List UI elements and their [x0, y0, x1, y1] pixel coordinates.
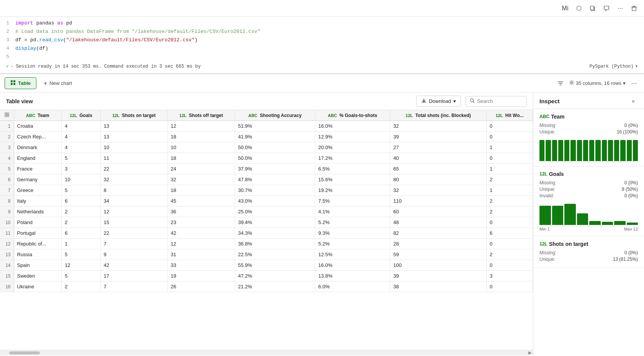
- delete-icon[interactable]: [629, 3, 639, 14]
- content-split: Table view Download ▾: [0, 93, 644, 355]
- table-header-row: ABC Team 12L Goals 12L Shots on target 1…: [0, 110, 533, 121]
- col-row-info[interactable]: 35 columns, 16 rows ▾: [569, 80, 626, 86]
- data-table-wrapper[interactable]: ABC Team 12L Goals 12L Shots on target 1…: [0, 110, 533, 350]
- svg-rect-1: [590, 6, 594, 10]
- svg-point-8: [471, 99, 474, 102]
- table-view-header: Table view Download ▾: [0, 93, 533, 110]
- svg-rect-9: [5, 113, 7, 114]
- inspect-stat-invalid-goals: Invalid: 0 (0%): [539, 193, 638, 198]
- table-row: 4England5111850.0%17.2%400: [0, 153, 533, 164]
- comment-icon[interactable]: [601, 3, 612, 14]
- table-body: 1Croatia4131251.9%16.0%320 2Czech Rep...…: [0, 121, 533, 292]
- download-icon: [421, 98, 427, 104]
- horizontal-scrollbar[interactable]: ▶: [0, 350, 533, 355]
- download-label: Download: [429, 98, 451, 104]
- table-row: 14Spain12423355.9%16.0%1000: [0, 260, 533, 271]
- inspect-stat-missing-team: Missing: 0 (0%): [539, 123, 638, 128]
- col-header-shooting-acc: ABC Shooting Accuracy: [235, 110, 315, 121]
- filter-icon-btn[interactable]: [555, 78, 566, 89]
- code-area: 1 import pandas as pd 2 # Load data into…: [0, 17, 644, 73]
- data-table: ABC Team 12L Goals 12L Shots on target 1…: [0, 110, 533, 292]
- tab-table[interactable]: Table: [5, 77, 36, 89]
- inspect-stat-missing-goals: Missing: 0 (0%): [539, 180, 638, 185]
- svg-rect-4: [13, 80, 15, 82]
- inspect-col-name-goals: 12L Goals: [539, 171, 638, 177]
- svg-rect-2: [632, 7, 636, 11]
- copy-icon[interactable]: [587, 3, 598, 14]
- code-line-4: 4 display(df): [0, 45, 644, 54]
- col-header-total-shots: 12L Total shots (inc. Blocked): [390, 110, 487, 121]
- inspect-title: Inspect: [539, 98, 626, 104]
- code-line-5: 5: [0, 54, 644, 62]
- inspect-stat-unique-goals: Unique: 8 (50%): [539, 187, 638, 192]
- svg-rect-3: [11, 80, 13, 82]
- svg-rect-10: [7, 113, 9, 114]
- svg-rect-6: [13, 83, 15, 85]
- table-row: 9Netherlands2123625.0%4.1%602: [0, 206, 533, 217]
- inspect-panel: Inspect » ABC Team Missing: 0 (0%): [533, 93, 644, 355]
- svg-rect-5: [11, 83, 13, 85]
- table-row: 11Portugal6224234.3%9.3%826: [0, 228, 533, 239]
- search-box: [466, 96, 527, 107]
- tab-table-label: Table: [18, 80, 31, 86]
- svg-point-7: [571, 82, 572, 83]
- inspect-range-goals: Min 1 Max 12: [539, 227, 638, 231]
- mi-icon[interactable]: Mi: [560, 3, 570, 14]
- col-header-shots-off: 12L Shots off target: [167, 110, 235, 121]
- inspect-section-goals: 12L Goals Missing: 0 (0%) Unique: 8 (50%…: [533, 166, 644, 236]
- col-row-label: 35 columns, 16 rows: [576, 80, 621, 86]
- main-area: Table + New chart 35 columns, 16 rows ▾: [0, 73, 644, 355]
- table-row: 8Italy6344543.0%7.5%1102: [0, 196, 533, 206]
- table-row: 15Sweden5171947.2%13.8%393: [0, 271, 533, 281]
- table-grid-icon: [10, 80, 16, 86]
- row-num-header: [0, 110, 14, 121]
- col-header-shots-on: 12L Shots on target: [100, 110, 167, 121]
- inspect-scroll-area[interactable]: ABC Team Missing: 0 (0%) Unique: 16 (100…: [533, 109, 644, 355]
- tab-new-chart[interactable]: + New chart: [38, 77, 78, 89]
- col-header-team: ABC Team: [14, 110, 62, 121]
- inspect-col-name-shots-on-target: 12L Shots on target: [539, 241, 638, 247]
- svg-rect-12: [7, 115, 9, 117]
- inspect-chart-team: [539, 138, 638, 161]
- inspect-stat-unique-shots: Unique: 13 (81.25%): [539, 257, 638, 262]
- plus-icon: +: [44, 80, 47, 87]
- tab-right: 35 columns, 16 rows ▾ ···: [555, 78, 639, 89]
- inspect-section-team: ABC Team Missing: 0 (0%) Unique: 16 (100…: [533, 109, 644, 166]
- download-button[interactable]: Download ▾: [416, 96, 461, 107]
- inspect-close-button[interactable]: »: [629, 96, 638, 106]
- top-toolbar: Mi ⬡ ···: [0, 0, 644, 17]
- tab-bar: Table + New chart 35 columns, 16 rows ▾: [0, 74, 644, 93]
- table-row: 16Ukraine272621.2%6.0%380: [0, 281, 533, 292]
- table-row: 1Croatia4131251.9%16.0%320: [0, 121, 533, 132]
- table-view-title: Table view: [6, 98, 412, 104]
- inspect-header: Inspect »: [533, 93, 644, 109]
- inspect-col-name-team: ABC Team: [539, 114, 638, 120]
- inspect-section-shots-on-target: 12L Shots on target Missing: 0 (0%) Uniq…: [533, 236, 644, 268]
- status-text: - Session ready in 14 sec 353 ms. Comman…: [10, 64, 201, 69]
- table-row: 5France3222437.9%6.5%651: [0, 164, 533, 174]
- table-row: 13Russia593122.5%12.5%592: [0, 249, 533, 260]
- table-row: 10Poland2152339.4%5.2%480: [0, 217, 533, 228]
- code-line-1: 1 import pandas as pd: [0, 20, 644, 28]
- inspect-stat-missing-shots: Missing: 0 (0%): [539, 250, 638, 255]
- pyspark-label[interactable]: PySpark (Python) ▾: [590, 63, 638, 69]
- gear-icon: [569, 80, 574, 86]
- code-line-3: 3 df = pd.read_csv("/lakehouse/default/F…: [0, 37, 644, 45]
- table-row: 6Germany10323247.8%15.6%802: [0, 174, 533, 185]
- screen-icon[interactable]: ⬡: [574, 3, 584, 14]
- download-chevron: ▾: [453, 98, 456, 104]
- more-btn[interactable]: ···: [629, 78, 639, 89]
- col-header-goals-to-shots: ABC % Goals-to-shots: [315, 110, 390, 121]
- inspect-chart-goals: [539, 202, 638, 225]
- more-options-icon[interactable]: ···: [615, 3, 626, 14]
- chevron-down-icon: ▾: [623, 80, 626, 86]
- table-row: 12Republic of...171236.8%5.2%280: [0, 239, 533, 249]
- h-scroll-thumb[interactable]: [9, 351, 40, 354]
- table-section: Table view Download ▾: [0, 93, 533, 355]
- col-header-hit-wo: 12L Hit Wo...: [486, 110, 533, 121]
- table-row: 3Denmark4101050.0%20.0%271: [0, 142, 533, 153]
- svg-rect-11: [5, 115, 7, 117]
- search-input[interactable]: [477, 98, 523, 104]
- tab-new-chart-label: New chart: [49, 80, 72, 86]
- status-bar: ✓ - Session ready in 14 sec 353 ms. Comm…: [0, 62, 644, 72]
